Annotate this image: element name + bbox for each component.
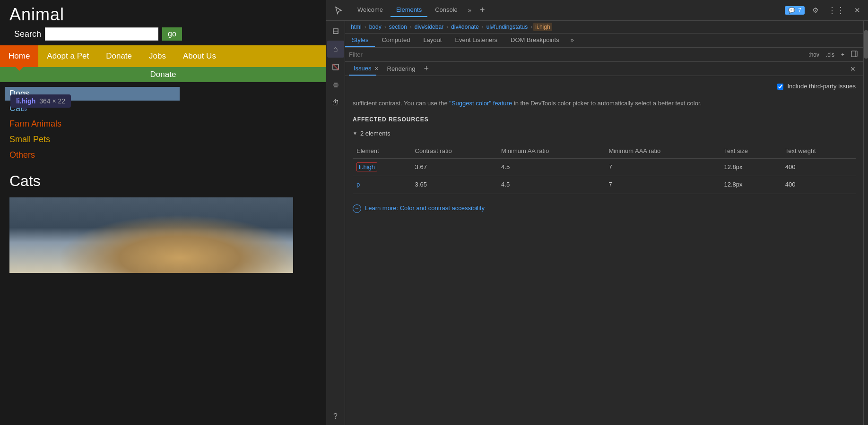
nav-jobs[interactable]: Jobs xyxy=(140,45,174,67)
close-issues-tab[interactable]: ✕ xyxy=(374,66,379,72)
aa-1: 4.5 xyxy=(497,158,605,176)
add-tab-button[interactable]: + xyxy=(476,3,489,17)
close-panel-button[interactable]: ✕ xyxy=(846,63,859,75)
breadcrumb-fundingstatus[interactable]: ul#fundingstatus xyxy=(485,23,529,31)
contrast-2: 3.65 xyxy=(411,176,497,194)
panel-styles[interactable]: Styles xyxy=(345,34,375,47)
filter-bar: :hov .cls + xyxy=(345,48,863,62)
breadcrumb-li-high[interactable]: li.high xyxy=(533,23,552,31)
toggle-sidebar-button[interactable] xyxy=(849,50,859,60)
right-scrollbar[interactable] xyxy=(863,21,868,425)
suggest-color-link[interactable]: "Suggest color" feature xyxy=(449,100,512,107)
p-link[interactable]: p xyxy=(356,181,360,188)
donate-banner[interactable]: Donate xyxy=(0,67,326,82)
aaa-1: 7 xyxy=(605,158,720,176)
triangle-icon: ▼ xyxy=(353,130,357,137)
learn-more-row: → Learn more: Color and contrast accessi… xyxy=(353,204,856,213)
filter-actions: :hov .cls + xyxy=(807,50,859,60)
tab-elements[interactable]: Elements xyxy=(391,3,427,17)
aa-2: 4.5 xyxy=(497,176,605,194)
close-icon[interactable]: ✕ xyxy=(851,4,864,17)
elements-toggle[interactable]: ▼ 2 elements xyxy=(353,129,856,139)
issues-table: Element Contrast ratio Minimum AA ratio … xyxy=(353,144,856,194)
col-element: Element xyxy=(353,144,411,158)
sub-tab-issues[interactable]: Issues xyxy=(349,62,376,76)
panel-computed[interactable]: Computed xyxy=(375,34,417,47)
aaa-2: 7 xyxy=(605,176,720,194)
scroll-thumb xyxy=(864,30,868,59)
pointer-icon[interactable] xyxy=(327,23,344,40)
add-sub-tab[interactable]: + xyxy=(420,62,433,76)
site-title: Animal xyxy=(9,5,317,25)
tab-welcome[interactable]: Welcome xyxy=(352,3,389,17)
breadcrumb-body[interactable]: body xyxy=(367,23,383,31)
add-style-button[interactable]: + xyxy=(839,51,846,59)
devtools-main: ⌂ ⏱ ? html › xyxy=(326,21,868,425)
learn-more-icon: → xyxy=(353,204,361,213)
hov-button[interactable]: :hov xyxy=(807,51,821,59)
col-contrast: Contrast ratio xyxy=(411,144,497,158)
nav-about[interactable]: About Us xyxy=(174,45,225,67)
timer-icon[interactable]: ⏱ xyxy=(327,94,344,111)
panels-row: Styles Computed Layout Event Listeners D… xyxy=(345,34,863,48)
go-button[interactable]: go xyxy=(162,27,182,41)
element-cell-2: p xyxy=(353,176,411,194)
help-icon[interactable]: ? xyxy=(327,408,344,425)
contrast-1: 3.67 xyxy=(411,158,497,176)
website-panel: Animal Search go Home Adopt a Pet Donate… xyxy=(0,0,326,425)
table-row: li.high 3.67 4.5 7 12.8px 400 xyxy=(353,158,856,176)
customize2-icon[interactable] xyxy=(327,76,344,94)
breadcrumb-section[interactable]: section xyxy=(387,23,409,31)
breadcrumb-html[interactable]: html xyxy=(349,23,364,31)
more-panels-icon[interactable]: » xyxy=(566,34,579,47)
cls-button[interactable]: .cls xyxy=(824,51,836,59)
devtools-toolbar: Welcome Elements Console » + 💬 7 ⚙ ⋮⋮ ✕ xyxy=(326,0,868,21)
panel-layout[interactable]: Layout xyxy=(417,34,448,47)
site-header: Animal Search go xyxy=(0,0,326,45)
panel-event-listeners[interactable]: Event Listeners xyxy=(448,34,504,47)
breadcrumb-donate[interactable]: div#donate xyxy=(449,23,481,31)
nav-donate[interactable]: Donate xyxy=(97,45,140,67)
panel-dom-breakpoints[interactable]: DOM Breakpoints xyxy=(504,34,566,47)
weight-1: 400 xyxy=(781,158,856,176)
tooltip-class: li.high xyxy=(16,97,35,105)
home-icon[interactable]: ⌂ xyxy=(327,41,344,58)
size-2: 12.8px xyxy=(720,176,781,194)
customize-icon[interactable]: ⋮⋮ xyxy=(824,3,849,17)
main-content: Cats xyxy=(0,163,326,282)
no-pointer-icon[interactable] xyxy=(327,59,344,76)
badge-count: 7 xyxy=(798,7,801,14)
sidebar-item-farm[interactable]: Farm Animals xyxy=(5,116,321,132)
nav-bar: Home Adopt a Pet Donate Jobs About Us xyxy=(0,45,326,67)
learn-more-link[interactable]: Learn more: Color and contrast accessibi… xyxy=(365,204,485,213)
sidebar-item-small-pets[interactable]: Small Pets xyxy=(5,132,321,147)
more-tabs-icon[interactable]: » xyxy=(465,5,474,16)
sidebar-item-others[interactable]: Others xyxy=(5,147,321,163)
third-party-checkbox[interactable] xyxy=(777,84,783,90)
issues-content: Include third-party issues sufficient co… xyxy=(345,76,863,425)
col-weight: Text weight xyxy=(781,144,856,158)
main-heading: Cats xyxy=(9,172,317,190)
tab-console[interactable]: Console xyxy=(429,3,463,17)
third-party-label: Include third-party issues xyxy=(787,82,856,92)
breadcrumb-sidebar[interactable]: div#sidebar xyxy=(413,23,445,31)
col-aa: Minimum AA ratio xyxy=(497,144,605,158)
svg-line-3 xyxy=(333,64,339,70)
weight-2: 400 xyxy=(781,176,856,194)
sub-tab-rendering[interactable]: Rendering xyxy=(382,62,420,75)
settings-icon[interactable]: ⚙ xyxy=(808,4,822,17)
nav-adopt[interactable]: Adopt a Pet xyxy=(38,45,97,67)
search-input[interactable] xyxy=(45,27,158,41)
li-high-link[interactable]: li.high xyxy=(356,162,377,171)
nav-home[interactable]: Home xyxy=(0,45,38,67)
sub-tabs-row: Issues ✕ Rendering + ✕ xyxy=(345,62,863,76)
svg-rect-7 xyxy=(851,51,857,57)
element-tooltip: li.high 364 × 22 xyxy=(10,94,71,108)
breadcrumb-bar: html › body › section › div#sidebar › di… xyxy=(345,21,863,34)
devtools-content: html › body › section › div#sidebar › di… xyxy=(345,21,863,425)
filter-input[interactable] xyxy=(349,51,803,58)
col-aaa: Minimum AAA ratio xyxy=(605,144,720,158)
elements-count: 2 elements xyxy=(360,129,391,139)
left-icons-sidebar: ⌂ ⏱ ? xyxy=(326,21,345,425)
cursor-icon[interactable] xyxy=(330,2,347,19)
